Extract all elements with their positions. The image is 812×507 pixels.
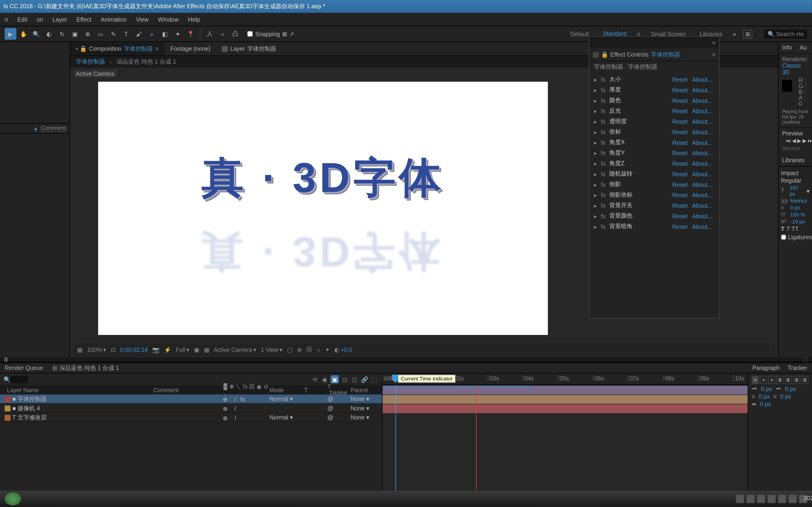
- close-icon[interactable]: ×: [712, 40, 716, 46]
- breadcrumb-sub[interactable]: 深品蓝色 纯色 1 合成 1: [116, 58, 176, 66]
- tl-tool-icon[interactable]: ◫: [351, 375, 359, 383]
- snap-option-icon[interactable]: ↗: [289, 31, 294, 37]
- reset-link[interactable]: Reset: [672, 87, 690, 93]
- font-style-dropdown[interactable]: Regular: [781, 177, 801, 184]
- panel-collapse-icon[interactable]: ▴: [34, 125, 37, 132]
- lock-icon[interactable]: 🔒: [601, 51, 608, 58]
- menu-item-help[interactable]: Help: [186, 15, 202, 23]
- taskbar-clock[interactable]: 2020: [804, 495, 807, 501]
- mask-tool-icon[interactable]: 凸: [230, 28, 241, 40]
- menu-item[interactable]: on: [34, 15, 46, 23]
- align-right-icon[interactable]: ≡: [768, 376, 775, 384]
- align-center-icon[interactable]: ≡: [760, 376, 767, 384]
- switch-icon[interactable]: ⊕: [223, 396, 228, 402]
- about-link[interactable]: About...: [692, 76, 714, 82]
- tray-icon[interactable]: [747, 495, 755, 503]
- menu-item-view[interactable]: View: [134, 15, 151, 23]
- mask-mode-icon[interactable]: ⟐: [217, 28, 229, 40]
- fx-toggle-icon[interactable]: fx: [601, 171, 607, 177]
- about-link[interactable]: About...: [692, 150, 714, 156]
- brush-tool-icon[interactable]: 🖌: [133, 28, 145, 40]
- switch-icon[interactable]: /: [235, 396, 240, 402]
- reset-link[interactable]: Reset: [672, 192, 690, 198]
- viewer-res-icon[interactable]: ⊡: [111, 346, 115, 352]
- timeline-layer-row[interactable]: ■字体控制器⊕/fxNormal ▾@None ▾: [0, 395, 382, 404]
- reset-link[interactable]: Reset: [672, 171, 690, 177]
- tray-icon[interactable]: [778, 495, 786, 503]
- search-help-input[interactable]: 🔍 Search He: [764, 30, 807, 38]
- layer-color-swatch[interactable]: [5, 405, 11, 411]
- effect-row[interactable]: ▸fx角度YResetAbout...: [589, 148, 719, 158]
- effect-row[interactable]: ▸fx背景开关ResetAbout...: [589, 200, 719, 211]
- view-dropdown[interactable]: 1 View ▾: [261, 346, 283, 352]
- fx-toggle-icon[interactable]: fx: [601, 202, 607, 209]
- expand-icon[interactable]: ▸: [594, 213, 599, 219]
- camera-tool-icon[interactable]: ▣: [69, 28, 81, 40]
- about-link[interactable]: About...: [692, 118, 714, 124]
- panel-icon[interactable]: 🗑: [4, 356, 9, 362]
- timeline-ruler[interactable]: Current Time Indicator k00s01s02s03s04s0…: [383, 374, 748, 385]
- effect-row[interactable]: ▸fx背景暗角ResetAbout...: [589, 221, 719, 232]
- expand-icon[interactable]: ▸: [594, 76, 599, 82]
- reset-link[interactable]: Reset: [672, 181, 690, 187]
- view-icon[interactable]: ⟐: [317, 346, 320, 352]
- switch-icon[interactable]: ⊕: [223, 414, 228, 420]
- snapshot-icon[interactable]: 📷: [152, 346, 159, 352]
- switch-icon[interactable]: /: [235, 414, 240, 420]
- blend-mode-dropdown[interactable]: Normal ▾: [269, 396, 304, 402]
- paragraph-panel-tab[interactable]: Paragraph Tracker: [748, 363, 812, 372]
- parent-dropdown[interactable]: None ▾: [351, 405, 379, 411]
- composition-timeline-tab[interactable]: 深品蓝色 纯色 1 合成 1: [48, 363, 124, 373]
- expand-icon[interactable]: ▸: [594, 139, 599, 146]
- prev-frame-icon[interactable]: ◀: [792, 138, 796, 144]
- workspace-default[interactable]: Default: [567, 30, 593, 38]
- libraries-panel-tab[interactable]: Libraries: [779, 155, 812, 166]
- expand-icon[interactable]: ▸: [594, 181, 599, 187]
- about-link[interactable]: About...: [692, 223, 714, 230]
- tray-icon[interactable]: [736, 495, 744, 503]
- zoom-tool-icon[interactable]: 🔍: [30, 28, 42, 40]
- parent-pickwhip-icon[interactable]: @: [327, 405, 351, 411]
- snapping-checkbox[interactable]: [247, 31, 253, 37]
- tl-tool-icon[interactable]: ⟲: [311, 375, 319, 383]
- first-frame-icon[interactable]: ⏮: [786, 138, 791, 144]
- expand-icon[interactable]: ▸: [594, 97, 599, 104]
- effect-row[interactable]: ▸fx透明度ResetAbout...: [589, 116, 719, 127]
- roto-tool-icon[interactable]: ✦: [172, 28, 184, 40]
- fx-toggle-icon[interactable]: fx: [601, 129, 607, 135]
- shape-tool-icon[interactable]: ▭: [95, 28, 106, 40]
- selection-tool-icon[interactable]: ▶: [5, 28, 16, 40]
- reset-link[interactable]: Reset: [672, 139, 690, 146]
- reset-link[interactable]: Reset: [672, 97, 690, 104]
- effect-row[interactable]: ▸fx颜色ResetAbout...: [589, 95, 719, 106]
- expand-icon[interactable]: ▸: [594, 87, 599, 93]
- bold-icon[interactable]: T: [781, 226, 784, 232]
- timeline-layer-row[interactable]: T文字修改层⊕/Normal ▾@None ▾: [0, 413, 382, 422]
- reset-link[interactable]: Reset: [672, 160, 690, 166]
- start-button-icon[interactable]: [5, 493, 21, 505]
- tl-tool-icon[interactable]: ⊡: [341, 375, 349, 383]
- lock-icon[interactable]: ▪ 🔒: [76, 46, 87, 52]
- play-icon[interactable]: ▶: [797, 138, 801, 144]
- eraser-tool-icon[interactable]: ◧: [159, 28, 170, 40]
- rotate-tool-icon[interactable]: ↻: [56, 28, 68, 40]
- reset-link[interactable]: Reset: [672, 213, 690, 219]
- expand-icon[interactable]: ▸: [594, 150, 599, 156]
- switch-icon[interactable]: ⊕: [223, 405, 228, 411]
- channel-icon[interactable]: ⚡: [164, 346, 171, 352]
- expand-icon[interactable]: ▸: [594, 202, 599, 209]
- caps-icon[interactable]: TT: [792, 226, 799, 232]
- tab-footage[interactable]: Footage (none): [164, 43, 216, 54]
- tray-icon[interactable]: [789, 495, 797, 503]
- panel-icon[interactable]: ⬚: [803, 356, 808, 362]
- effect-row[interactable]: ▸fx大小ResetAbout...: [589, 74, 719, 85]
- effect-row[interactable]: ▸fx倒影坐标ResetAbout...: [589, 190, 719, 200]
- effect-row[interactable]: ▸fx厚度ResetAbout...: [589, 84, 719, 95]
- reset-link[interactable]: Reset: [672, 202, 690, 209]
- font-size[interactable]: 167 px: [790, 185, 804, 197]
- italic-icon[interactable]: T: [786, 226, 790, 232]
- tab-layer[interactable]: Layer 字体控制器: [216, 42, 282, 55]
- effect-row[interactable]: ▸fx倒影ResetAbout...: [589, 179, 719, 190]
- expand-icon[interactable]: ▸: [594, 171, 599, 177]
- menu-item-effect[interactable]: Effect: [74, 15, 94, 23]
